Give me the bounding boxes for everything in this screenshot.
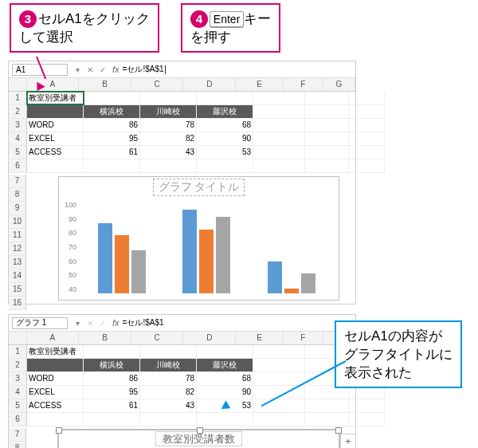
callout-step-3: 3セルA1をクリック して選択	[10, 3, 159, 53]
column-headers: A B C D E F G	[9, 78, 355, 92]
worksheet-cells-2[interactable]: 教室別受講者数 横浜校川崎校藤沢校 WORD867868 EXCEL958290…	[27, 345, 385, 426]
chart-bars	[80, 201, 334, 293]
fx-icon-2[interactable]: fx	[112, 318, 120, 328]
chart-side-buttons: + ✎ ▾	[340, 434, 356, 448]
name-box-2[interactable]	[12, 317, 68, 329]
cancel-icon[interactable]: ✕	[84, 65, 96, 74]
formula-bar-2: ▾ ✕ ✓ fx =セル!$A$1	[9, 315, 355, 332]
formula-text[interactable]: =セル!$A$1	[123, 64, 164, 75]
formula-text-2: =セル!$A$1	[123, 317, 164, 328]
excel-window-after: ▾ ✕ ✓ fx =セル!$A$1 A B C D E F G 1 2 3 4 …	[8, 314, 356, 448]
chart-object-before[interactable]: 78910111213141516 グラフ タイトル 1009080706050…	[26, 175, 355, 304]
row-headers: 1 2 3 4 5 6	[9, 92, 27, 173]
chart-plus-icon[interactable]: +	[340, 434, 356, 448]
chart-object-after[interactable]: 78910111213141516 教室別受講者数 10090807060504…	[26, 428, 355, 448]
worksheet-cells[interactable]: 教室別受講者数 横浜校川崎校藤沢校 WORD867868 EXCEL958290…	[27, 92, 385, 173]
excel-window-before: ▾ ✕ ✓ fx =セル!$A$1 A B C D E F G 1 2 3 4 …	[8, 61, 356, 305]
enter-icon[interactable]: ✓	[96, 65, 109, 74]
cancel-icon-2: ✕	[84, 319, 96, 328]
step-number-3: 3	[19, 10, 37, 28]
column-headers-2: A B C D E F G	[9, 332, 355, 345]
name-dropdown-icon-2[interactable]: ▾	[71, 319, 84, 328]
fx-icon[interactable]: fx	[112, 65, 120, 74]
chart-y-axis: 100908070605040	[61, 201, 76, 293]
enter-icon-2: ✓	[96, 319, 109, 328]
callout-result: セルA1の内容が グラフタイトルに 表示された	[335, 320, 462, 388]
enter-keycap: Enter	[210, 11, 244, 28]
chart-title-placeholder[interactable]: グラフ タイトル	[153, 179, 245, 196]
formula-bar: ▾ ✕ ✓ fx =セル!$A$1	[9, 61, 355, 78]
step-number-4: 4	[190, 10, 208, 28]
name-dropdown-icon[interactable]: ▾	[71, 65, 84, 74]
cell-a1[interactable]: 教室別受講者数	[27, 92, 84, 104]
callout-step-4: 4Enterキー を押す	[181, 3, 280, 53]
